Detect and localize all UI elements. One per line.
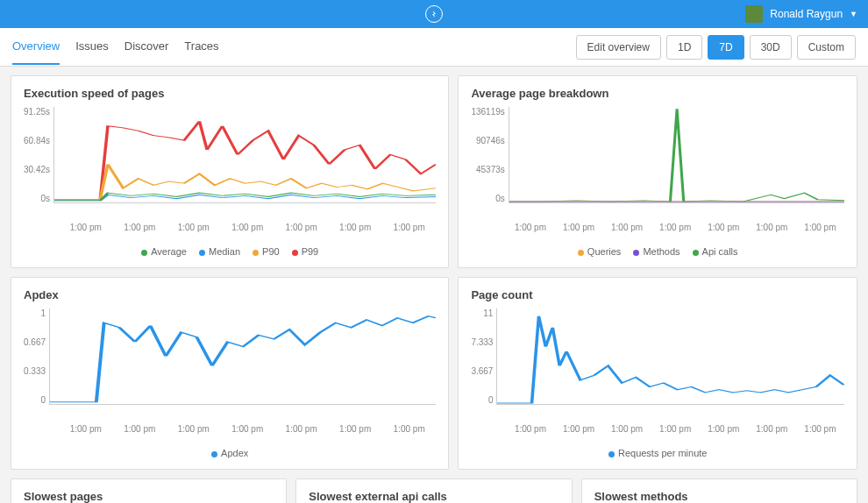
card-breakdown: Average page breakdown 136119s 90746s 45… xyxy=(458,75,857,268)
avatar xyxy=(745,5,763,23)
topbar: Ronald Raygun ▼ xyxy=(0,0,868,28)
content: Execution speed of pages 91.25s 60.84s 3… xyxy=(0,67,868,503)
xaxis: 1:00 pm1:00 pm1:00 pm1:00 pm1:00 pm1:00 … xyxy=(24,424,436,434)
edit-overview-button[interactable]: Edit overview xyxy=(576,35,661,60)
range-7d[interactable]: 7D xyxy=(708,35,743,60)
legend: Requests per minute xyxy=(471,448,844,458)
chevron-down-icon: ▼ xyxy=(850,10,857,18)
legend: Apdex xyxy=(24,448,436,458)
tab-discover[interactable]: Discover xyxy=(125,29,169,65)
card-title: Average page breakdown xyxy=(471,87,844,100)
xaxis: 1:00 pm1:00 pm1:00 pm1:00 pm1:00 pm1:00 … xyxy=(471,223,844,232)
card-exec-speed: Execution speed of pages 91.25s 60.84s 3… xyxy=(11,75,449,268)
chart-plot[interactable] xyxy=(496,308,844,405)
legend: Average Median P90 P99 xyxy=(24,246,436,257)
logo-icon xyxy=(425,5,443,23)
xaxis: 1:00 pm1:00 pm1:00 pm1:00 pm1:00 pm1:00 … xyxy=(471,424,844,434)
yaxis: 1 0.667 0.333 0 xyxy=(24,308,49,405)
card-title: Slowest external api calls xyxy=(309,490,559,503)
user-name: Ronald Raygun xyxy=(770,8,843,20)
yaxis: 11 7.333 3.667 0 xyxy=(471,308,496,405)
legend: Queries Methods Api calls xyxy=(471,246,844,257)
range-custom[interactable]: Custom xyxy=(797,35,856,60)
card-pagecount: Page count 11 7.333 3.667 0 1:00 pm1:00 … xyxy=(458,277,857,470)
tab-traces[interactable]: Traces xyxy=(184,29,218,65)
toolbar: Edit overview 1D 7D 30D Custom xyxy=(576,35,856,60)
card-title: Apdex xyxy=(24,288,436,301)
card-title: Slowest methods xyxy=(594,490,844,503)
range-30d[interactable]: 30D xyxy=(750,35,792,60)
card-slowest-api: Slowest external api calls URL Average d… xyxy=(295,478,572,503)
card-slowest-methods: Slowest methods Name Average duration Mi… xyxy=(581,478,857,503)
subnav: Overview Issues Discover Traces Edit ove… xyxy=(0,28,868,67)
card-title: Slowest pages xyxy=(24,490,274,503)
card-slowest-pages: Slowest pages Request URL Average durati… xyxy=(11,478,287,503)
range-1d[interactable]: 1D xyxy=(666,35,702,60)
card-title: Execution speed of pages xyxy=(24,87,436,100)
yaxis: 136119s 90746s 45373s 0s xyxy=(471,107,508,203)
chart-plot[interactable] xyxy=(53,107,436,203)
nav-tabs: Overview Issues Discover Traces xyxy=(12,29,219,65)
chart-plot[interactable] xyxy=(49,308,436,405)
card-apdex: Apdex 1 0.667 0.333 0 1:00 pm1:00 pm1:00… xyxy=(11,277,449,470)
card-title: Page count xyxy=(471,288,844,301)
chart-plot[interactable] xyxy=(509,107,844,203)
tab-overview[interactable]: Overview xyxy=(12,29,60,65)
yaxis: 91.25s 60.84s 30.42s 0s xyxy=(24,107,53,203)
user-menu[interactable]: Ronald Raygun ▼ xyxy=(745,0,857,28)
xaxis: 1:00 pm1:00 pm1:00 pm1:00 pm1:00 pm1:00 … xyxy=(24,223,436,232)
tab-issues[interactable]: Issues xyxy=(75,29,109,65)
